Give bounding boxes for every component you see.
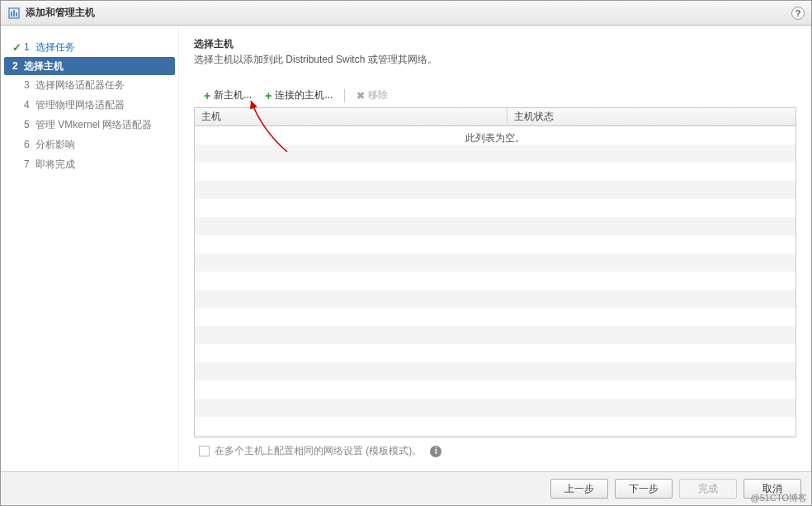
help-icon[interactable]: ? [791,7,805,20]
step-number: 7 [24,158,35,170]
watermark: @51CTO博客 [751,492,807,504]
wizard-step-7[interactable]: ✓ 7 即将完成 [1,154,178,174]
dialog-title: 添加和管理主机 [26,6,95,20]
table-stripes [195,126,795,437]
hosts-table: 主机 主机状态 此列表为空。 [194,107,796,437]
empty-table-message: 此列表为空。 [195,126,795,145]
plus-icon: + [204,90,210,102]
info-icon[interactable]: i [430,446,441,457]
titlebar: 添加和管理主机 ? [1,1,811,26]
wizard-dialog: 添加和管理主机 ? ✓ 1 选择任务 2 选择主机 ✓ 3 选择网络适配器任务 … [0,0,812,506]
wizard-step-4[interactable]: ✓ 4 管理物理网络适配器 [1,95,178,115]
step-number: 3 [24,79,35,91]
attached-host-button[interactable]: + 连接的主机... [260,87,338,104]
next-button[interactable]: 下一步 [615,479,673,499]
step-label: 管理物理网络适配器 [35,98,170,112]
checkmark-icon: ✓ [12,41,24,54]
finish-button: 完成 [679,479,737,499]
wizard-step-2[interactable]: 2 选择主机 [4,57,175,75]
toolbar-separator [344,89,345,102]
dialog-footer: 上一步 下一步 完成 取消 [1,471,811,505]
wizard-step-1[interactable]: ✓ 1 选择任务 [1,37,178,57]
attached-host-label: 连接的主机... [275,88,333,102]
page-subtitle: 选择主机以添加到此 Distributed Switch 或管理其网络。 [194,53,796,67]
dialog-body: ✓ 1 选择任务 2 选择主机 ✓ 3 选择网络适配器任务 ✓ 4 管理物理网络… [1,26,811,471]
table-header: 主机 主机状态 [195,108,795,126]
step-label: 管理 VMkernel 网络适配器 [35,118,170,132]
main-panel: 选择主机 选择主机以添加到此 Distributed Switch 或管理其网络… [179,26,811,471]
step-number: 1 [24,41,35,53]
back-button[interactable]: 上一步 [550,479,608,499]
template-mode-row: 在多个主机上配置相同的网络设置 (模板模式)。 i [194,437,796,458]
plus-icon: + [265,90,271,102]
remove-label: 移除 [368,88,388,102]
wizard-steps-sidebar: ✓ 1 选择任务 2 选择主机 ✓ 3 选择网络适配器任务 ✓ 4 管理物理网络… [1,26,179,471]
step-number: 5 [24,119,35,130]
svg-rect-3 [16,12,17,17]
step-label: 选择任务 [35,40,170,54]
remove-button: ✖ 移除 [352,87,393,104]
hosts-toolbar: + 新主机... + 连接的主机... ✖ 移除 [194,83,796,107]
step-label: 即将完成 [35,158,170,172]
app-icon [7,7,21,20]
new-host-label: 新主机... [214,88,252,102]
new-host-button[interactable]: + 新主机... [199,87,257,104]
col-host-status[interactable]: 主机状态 [508,108,795,125]
step-label: 选择网络适配器任务 [35,78,170,92]
table-body: 此列表为空。 [195,126,795,437]
step-number: 4 [24,99,35,111]
remove-icon: ✖ [356,90,365,102]
template-mode-checkbox[interactable] [199,446,210,456]
wizard-step-5[interactable]: ✓ 5 管理 VMkernel 网络适配器 [1,115,178,135]
step-number: 6 [24,139,35,150]
step-label: 分析影响 [35,138,170,152]
template-mode-label: 在多个主机上配置相同的网络设置 (模板模式)。 [215,444,422,458]
step-number: 2 [12,60,24,72]
step-label: 选择主机 [24,59,167,73]
col-host[interactable]: 主机 [195,108,508,125]
wizard-step-3[interactable]: ✓ 3 选择网络适配器任务 [1,75,178,95]
svg-rect-2 [13,10,15,17]
svg-rect-1 [11,12,12,17]
page-title: 选择主机 [194,37,796,51]
wizard-step-6[interactable]: ✓ 6 分析影响 [1,135,178,154]
